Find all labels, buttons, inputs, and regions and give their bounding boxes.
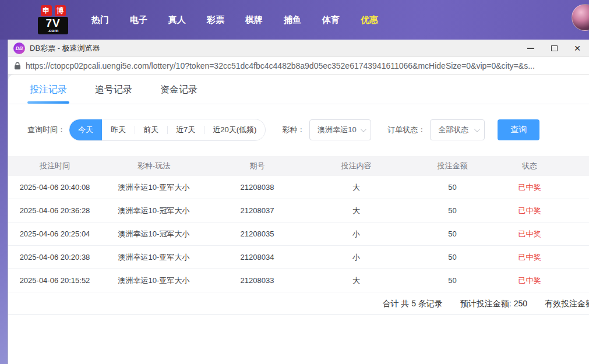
lottery-select-value: 澳洲幸运10 <box>318 125 356 135</box>
chevron-down-icon <box>474 126 480 132</box>
bet-content-cell: 小 <box>308 252 404 263</box>
lock-icon <box>14 62 21 70</box>
summary-bar: 合计 共 5 条记录 预计投注金额: 250 有效投注金额 <box>8 292 589 314</box>
browser-title-bar: DB DB彩票 - 极速浏览器 × <box>8 40 589 57</box>
minimize-button[interactable] <box>519 40 542 56</box>
tab-投注记录[interactable]: 投注记录 <box>30 84 67 104</box>
window-title: DB彩票 - 极速浏览器 <box>30 43 100 54</box>
bet-records-table: 投注时间彩种-玩法期号投注内容投注金额状态 2025-04-06 20:40:0… <box>8 156 589 292</box>
column-header-投注时间: 投注时间 <box>8 161 101 171</box>
close-icon: × <box>574 43 580 54</box>
time-filter-label: 查询时间： <box>27 125 65 135</box>
filter-bar: 查询时间： 今天昨天前天近7天近20天(低频) 彩种： 澳洲幸运10 订单状态：… <box>27 119 589 141</box>
time-option-昨天[interactable]: 昨天 <box>102 119 135 140</box>
record-tabs: 投注记录追号记录资金记录 <box>8 75 589 104</box>
bet-time-cell: 2025-04-06 20:20:38 <box>8 253 101 261</box>
game-play-cell: 澳洲幸运10-冠军大小 <box>101 229 206 239</box>
column-header-期号: 期号 <box>206 161 308 171</box>
bet-amount-cell: 50 <box>404 276 500 285</box>
url-text: https://ctopcp02pcali.uengi5e.com/lotter… <box>26 61 535 70</box>
bet-time-cell: 2025-04-06 20:15:52 <box>8 276 101 285</box>
status-cell: 已中奖 <box>500 275 559 286</box>
bet-content-cell: 大 <box>308 275 404 286</box>
maximize-icon <box>551 45 558 51</box>
logo-block: 7V .com <box>38 17 68 34</box>
site-logo[interactable]: 申 博 7V .com <box>38 5 68 34</box>
order-status-value: 全部状态 <box>438 125 468 135</box>
order-status-label: 订单状态： <box>387 125 425 135</box>
lottery-select[interactable]: 澳洲幸运10 <box>309 119 371 140</box>
total-records-text: 合计 共 5 条记录 <box>382 299 442 309</box>
table-body: 2025-04-06 20:40:08澳洲幸运10-亚军大小21208038大5… <box>8 176 589 292</box>
game-play-cell: 澳洲幸运10-亚军大小 <box>101 182 206 193</box>
column-header-投注金额: 投注金额 <box>404 161 500 171</box>
browser-window: DB DB彩票 - 极速浏览器 × https://ctopcp02pcali.… <box>8 40 589 364</box>
nav-item-体育[interactable]: 体育 <box>312 0 350 40</box>
column-header-状态: 状态 <box>500 161 559 171</box>
lottery-filter-label: 彩种： <box>282 125 305 135</box>
nav-item-热门[interactable]: 热门 <box>81 0 119 40</box>
bet-content-cell: 大 <box>308 182 404 193</box>
nav-item-彩票[interactable]: 彩票 <box>196 0 235 40</box>
tab-资金记录[interactable]: 资金记录 <box>160 84 197 104</box>
bet-time-cell: 2025-04-06 20:25:04 <box>8 229 101 238</box>
table-row: 2025-04-06 20:15:52澳洲幸运10-亚军大小21208033大5… <box>8 269 589 292</box>
time-option-近20天(低频)[interactable]: 近20天(低频) <box>204 119 265 140</box>
time-option-今天[interactable]: 今天 <box>69 119 102 140</box>
table-row: 2025-04-06 20:20:38澳洲幸运10-亚军大小21208034小5… <box>8 246 589 269</box>
nav-item-捕鱼[interactable]: 捕鱼 <box>273 0 312 40</box>
issue-number-cell: 21208038 <box>206 183 308 192</box>
bet-content-cell: 小 <box>308 229 404 239</box>
time-range-group: 今天昨天前天近7天近20天(低频) <box>69 119 266 141</box>
status-cell: 已中奖 <box>500 206 559 216</box>
tab-追号记录[interactable]: 追号记录 <box>95 84 132 104</box>
site-top-bar: 申 博 7V .com 热门电子真人彩票棋牌捕鱼体育优惠 <box>0 0 589 40</box>
table-row: 2025-04-06 20:25:04澳洲幸运10-冠军大小21208035小5… <box>8 222 589 246</box>
game-play-cell: 澳洲幸运10-亚军大小 <box>101 275 206 286</box>
time-option-近7天[interactable]: 近7天 <box>167 119 204 140</box>
bet-content-cell: 大 <box>308 206 404 216</box>
column-header-彩种-玩法: 彩种-玩法 <box>101 161 206 171</box>
bet-amount-cell: 50 <box>404 206 500 215</box>
page-backdrop: 投注记录追号记录资金记录 查询时间： 今天昨天前天近7天近20天(低频) 彩种：… <box>8 75 589 364</box>
logo-suffix-text: .com <box>38 29 68 33</box>
close-button[interactable]: × <box>566 40 589 56</box>
order-status-select[interactable]: 全部状态 <box>430 119 485 140</box>
nav-item-真人[interactable]: 真人 <box>158 0 196 40</box>
table-row: 2025-04-06 20:40:08澳洲幸运10-亚军大小21208038大5… <box>8 176 589 199</box>
bet-time-cell: 2025-04-06 20:36:28 <box>8 206 101 215</box>
table-row: 2025-04-06 20:36:28澳洲幸运10-冠军大小21208037大5… <box>8 199 589 222</box>
issue-number-cell: 21208034 <box>206 253 308 261</box>
nav-item-棋牌[interactable]: 棋牌 <box>235 0 273 40</box>
nav-item-优惠[interactable]: 优惠 <box>350 0 389 40</box>
db-app-icon: DB <box>13 43 25 54</box>
logo-badges: 申 博 <box>41 5 66 16</box>
bet-amount-cell: 50 <box>404 183 500 192</box>
bet-time-cell: 2025-04-06 20:40:08 <box>8 183 101 192</box>
logo-badge-bo: 博 <box>55 5 66 16</box>
table-header-row: 投注时间彩种-玩法期号投注内容投注金额状态 <box>8 156 589 176</box>
user-avatar[interactable] <box>572 4 589 31</box>
window-controls: × <box>519 40 589 56</box>
valid-amount-text: 有效投注金额 <box>545 299 589 309</box>
time-option-前天[interactable]: 前天 <box>135 119 167 140</box>
logo-main-text: 7V <box>38 17 68 29</box>
minimize-icon <box>527 48 534 49</box>
url-bar[interactable]: https://ctopcp02pcali.uengi5e.com/lotter… <box>8 57 589 75</box>
issue-number-cell: 21208035 <box>206 229 308 238</box>
chevron-down-icon <box>361 126 366 132</box>
search-button[interactable]: 查询 <box>498 119 539 140</box>
game-play-cell: 澳洲幸运10-亚军大小 <box>101 252 206 263</box>
main-nav: 热门电子真人彩票棋牌捕鱼体育优惠 <box>81 0 389 40</box>
issue-number-cell: 21208033 <box>206 276 308 285</box>
logo-badge-shen: 申 <box>41 5 52 16</box>
status-cell: 已中奖 <box>500 229 559 239</box>
status-cell: 已中奖 <box>500 252 559 263</box>
nav-item-电子[interactable]: 电子 <box>119 0 158 40</box>
bet-amount-cell: 50 <box>404 253 500 261</box>
game-play-cell: 澳洲幸运10-冠军大小 <box>101 206 206 216</box>
estimated-amount-text: 预计投注金额: 250 <box>460 299 527 309</box>
bet-amount-cell: 50 <box>404 229 500 238</box>
column-header-投注内容: 投注内容 <box>308 161 404 171</box>
maximize-button[interactable] <box>542 40 566 56</box>
